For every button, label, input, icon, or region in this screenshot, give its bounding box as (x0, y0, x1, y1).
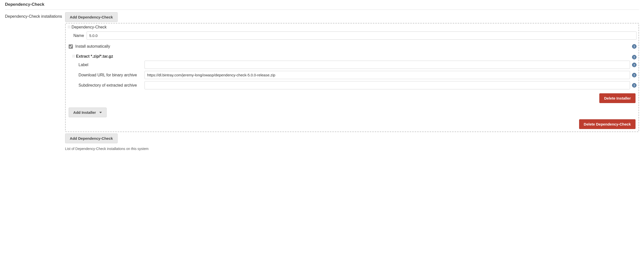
installations-label: Dependency-Check installations (5, 12, 62, 19)
label-field-label: Label (79, 63, 144, 67)
url-field-label: Download URL for binary archive (79, 73, 144, 77)
name-input[interactable] (86, 32, 636, 40)
add-dependency-check-button-bottom[interactable]: Add Dependency-Check (65, 134, 118, 143)
help-icon[interactable] (632, 73, 636, 77)
install-automatically-label: Install automatically (76, 44, 630, 49)
drag-handle-icon[interactable] (68, 26, 71, 29)
install-automatically-checkbox[interactable] (69, 44, 73, 49)
add-installer-label: Add Installer (74, 110, 96, 114)
installer-title: Extract *.zip/*.tar.gz (76, 54, 113, 59)
help-icon[interactable] (632, 44, 636, 49)
drag-handle-icon[interactable] (72, 55, 75, 58)
section-title: Dependency-Check (5, 2, 639, 7)
subdirectory-input[interactable] (144, 81, 630, 89)
divider (5, 10, 639, 10)
help-icon[interactable] (632, 55, 636, 60)
footer-text: List of Dependency-Check installations o… (65, 147, 639, 151)
label-input[interactable] (144, 61, 630, 69)
chevron-down-icon (99, 112, 102, 113)
delete-dependency-check-button[interactable]: Delete Dependency-Check (579, 119, 636, 129)
installer-header: Extract *.zip/*.tar.gz (72, 54, 630, 61)
installation-title: Dependency-Check (72, 25, 107, 30)
installation-group: Dependency-Check Name Install automatica… (65, 23, 639, 132)
add-installer-button[interactable]: Add Installer (69, 108, 107, 117)
name-label: Name (73, 34, 86, 38)
download-url-input[interactable] (144, 71, 630, 79)
subdir-field-label: Subdirectory of extracted archive (79, 83, 144, 88)
add-dependency-check-button-top[interactable]: Add Dependency-Check (65, 12, 118, 22)
delete-installer-button[interactable]: Delete Installer (599, 93, 636, 103)
installation-header: Dependency-Check (68, 24, 636, 32)
help-icon[interactable] (632, 83, 636, 88)
help-icon[interactable] (632, 63, 636, 67)
